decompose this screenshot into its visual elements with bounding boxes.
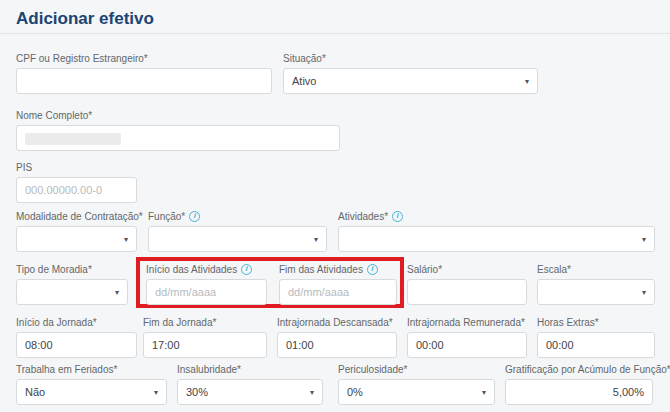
insalubridade-label: Insalubridade* (177, 363, 323, 375)
salario-input[interactable] (407, 279, 527, 305)
pis-field-group: PIS (16, 161, 137, 203)
intrajornada-remunerada-field-group: Intrajornada Remunerada* (407, 316, 527, 358)
funcao-label: Função* (148, 211, 185, 222)
fim-atividades-input[interactable] (279, 279, 397, 305)
inicio-jornada-label: Início da Jornada* (16, 316, 137, 328)
title-divider (0, 33, 670, 34)
inicio-jornada-input[interactable] (16, 332, 137, 358)
intrajornada-remunerada-input[interactable] (407, 332, 527, 358)
chevron-down-icon: ▾ (115, 288, 119, 297)
fim-jornada-field-group: Fim da Jornada* (143, 316, 267, 358)
gratificacao-field-group: Gratificação por Acúmulo de Função* (505, 363, 653, 405)
gratificacao-label: Gratificação por Acúmulo de Função* (505, 363, 653, 375)
trabalha-feriados-value: Não (25, 386, 45, 398)
chevron-down-icon: ▾ (482, 388, 486, 397)
trabalha-feriados-label: Trabalha em Feriados* (16, 363, 167, 375)
chevron-down-icon: ▾ (642, 235, 646, 244)
chevron-down-icon: ▾ (124, 235, 128, 244)
insalubridade-value: 30% (186, 386, 208, 398)
atividades-field-group: Atividades* i ▾ (338, 210, 655, 252)
chevron-down-icon: ▾ (314, 235, 318, 244)
horas-extras-input[interactable] (537, 332, 655, 358)
inicio-atividades-input[interactable] (146, 279, 267, 305)
tipo-moradia-select[interactable]: ▾ (16, 279, 128, 305)
funcao-select[interactable]: ▾ (148, 226, 327, 252)
inicio-atividades-field-group: Início das Atividades i (146, 263, 267, 305)
situacao-select[interactable]: Ativo ▾ (283, 68, 538, 94)
info-icon[interactable]: i (367, 264, 378, 275)
nome-field-group: Nome Completo* (16, 109, 340, 151)
intrajornada-descansada-label: Intrajornada Descansada* (277, 316, 397, 328)
pis-label: PIS (16, 161, 137, 173)
periculosidade-label: Periculosidade* (338, 363, 495, 375)
chevron-down-icon: ▾ (154, 388, 158, 397)
page-title: Adicionar efetivo (16, 9, 154, 29)
intrajornada-descansada-input[interactable] (277, 332, 397, 358)
cpf-label: CPF ou Registro Estrangeiro* (16, 52, 272, 64)
escala-field-group: Escala* ▾ (537, 263, 655, 305)
info-icon[interactable]: i (241, 264, 252, 275)
info-icon[interactable]: i (189, 211, 200, 222)
salario-label: Salário* (407, 263, 527, 275)
modalidade-label: Modalidade de Contratação* (16, 210, 137, 222)
atividades-select[interactable]: ▾ (338, 226, 655, 252)
gratificacao-input[interactable] (505, 379, 653, 405)
tipo-moradia-field-group: Tipo de Moradia* ▾ (16, 263, 128, 305)
periculosidade-select[interactable]: 0% ▾ (338, 379, 495, 405)
insalubridade-field-group: Insalubridade* 30% ▾ (177, 363, 323, 405)
chevron-down-icon: ▾ (642, 288, 646, 297)
escala-label: Escala* (537, 263, 655, 275)
trabalha-feriados-select[interactable]: Não ▾ (16, 379, 167, 405)
situacao-label: Situação* (283, 52, 538, 64)
cpf-field-group: CPF ou Registro Estrangeiro* (16, 52, 272, 94)
horas-extras-field-group: Horas Extras* (537, 316, 655, 358)
salario-field-group: Salário* (407, 263, 527, 305)
insalubridade-select[interactable]: 30% ▾ (177, 379, 323, 405)
inicio-atividades-label: Início das Atividades (146, 264, 237, 275)
situacao-field-group: Situação* Ativo ▾ (283, 52, 538, 94)
info-icon[interactable]: i (392, 211, 403, 222)
modalidade-field-group: Modalidade de Contratação* ▾ (16, 210, 137, 252)
periculosidade-field-group: Periculosidade* 0% ▾ (338, 363, 495, 405)
nome-input[interactable] (16, 125, 340, 151)
cpf-input[interactable] (16, 68, 272, 94)
intrajornada-descansada-field-group: Intrajornada Descansada* (277, 316, 397, 358)
fim-atividades-field-group: Fim das Atividades i (279, 263, 397, 305)
redacted-name-value (25, 133, 121, 145)
fim-atividades-label: Fim das Atividades (279, 264, 363, 275)
atividades-label: Atividades* (338, 211, 388, 222)
inicio-jornada-field-group: Início da Jornada* (16, 316, 137, 358)
pis-input[interactable] (16, 177, 137, 203)
modalidade-select[interactable]: ▾ (16, 226, 137, 252)
chevron-down-icon: ▾ (525, 77, 529, 86)
tipo-moradia-label: Tipo de Moradia* (16, 263, 128, 275)
periculosidade-value: 0% (347, 386, 363, 398)
situacao-value: Ativo (292, 75, 316, 87)
horas-extras-label: Horas Extras* (537, 316, 655, 328)
escala-select[interactable]: ▾ (537, 279, 655, 305)
funcao-field-group: Função* i ▾ (148, 210, 327, 252)
fim-jornada-input[interactable] (143, 332, 267, 358)
fim-jornada-label: Fim da Jornada* (143, 316, 267, 328)
nome-label: Nome Completo* (16, 109, 340, 121)
intrajornada-remunerada-label: Intrajornada Remunerada* (407, 316, 527, 328)
chevron-down-icon: ▾ (310, 388, 314, 397)
trabalha-feriados-field-group: Trabalha em Feriados* Não ▾ (16, 363, 167, 405)
